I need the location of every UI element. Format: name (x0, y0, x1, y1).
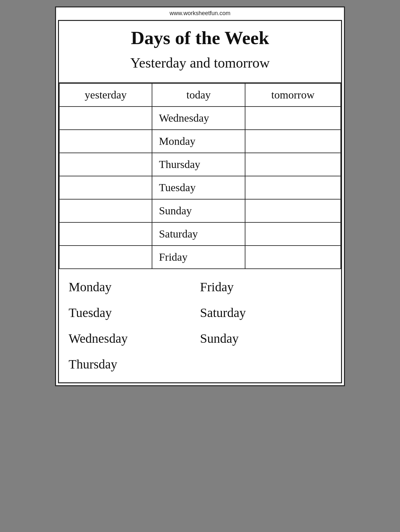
cell-yesterday (59, 176, 152, 199)
cell-yesterday (59, 153, 152, 176)
cell-today: Wednesday (152, 107, 245, 130)
cell-yesterday (59, 246, 152, 269)
ref-day-left: Monday (69, 275, 200, 299)
reference-left: MondayTuesdayWednesdayThursday (69, 275, 200, 376)
website-url: www.worksheetfun.com (56, 7, 344, 18)
cell-today: Friday (152, 246, 245, 269)
subtitle: Yesterday and tomorrow (69, 55, 331, 71)
cell-yesterday (59, 199, 152, 222)
table-header-row: yesterday today tomorrow (59, 83, 341, 107)
ref-day-right: Saturday (200, 301, 331, 324)
table-row: Monday (59, 130, 341, 153)
inner-border: Days of the Week Yesterday and tomorrow … (58, 20, 342, 383)
page-container: www.worksheetfun.com Days of the Week Ye… (55, 6, 345, 386)
ref-day-right: Friday (200, 275, 331, 299)
ref-day-left: Thursday (69, 353, 200, 376)
cell-tomorrow (245, 153, 341, 176)
cell-tomorrow (245, 107, 341, 130)
table-row: Tuesday (59, 176, 341, 199)
cell-today: Saturday (152, 222, 245, 246)
cell-today: Tuesday (152, 176, 245, 199)
table-row: Saturday (59, 222, 341, 246)
header-yesterday: yesterday (59, 83, 152, 107)
header-tomorrow: tomorrow (245, 83, 341, 107)
reference-section: MondayTuesdayWednesdayThursday FridaySat… (59, 269, 341, 382)
cell-yesterday (59, 107, 152, 130)
reference-right: FridaySaturdaySunday (200, 275, 331, 376)
header-section: Days of the Week Yesterday and tomorrow (59, 21, 341, 82)
days-table: yesterday today tomorrow WednesdayMonday… (59, 83, 341, 269)
table-section: yesterday today tomorrow WednesdayMonday… (59, 82, 341, 269)
ref-day-left: Wednesday (69, 327, 200, 350)
header-today: today (152, 83, 245, 107)
ref-day-left: Tuesday (69, 301, 200, 324)
table-row: Wednesday (59, 107, 341, 130)
table-row: Friday (59, 246, 341, 269)
table-row: Thursday (59, 153, 341, 176)
cell-tomorrow (245, 222, 341, 246)
cell-tomorrow (245, 130, 341, 153)
cell-tomorrow (245, 176, 341, 199)
cell-tomorrow (245, 246, 341, 269)
cell-today: Sunday (152, 199, 245, 222)
main-title: Days of the Week (69, 27, 331, 49)
cell-yesterday (59, 130, 152, 153)
cell-today: Thursday (152, 153, 245, 176)
cell-yesterday (59, 222, 152, 246)
cell-today: Monday (152, 130, 245, 153)
cell-tomorrow (245, 199, 341, 222)
ref-day-right: Sunday (200, 327, 331, 350)
table-row: Sunday (59, 199, 341, 222)
